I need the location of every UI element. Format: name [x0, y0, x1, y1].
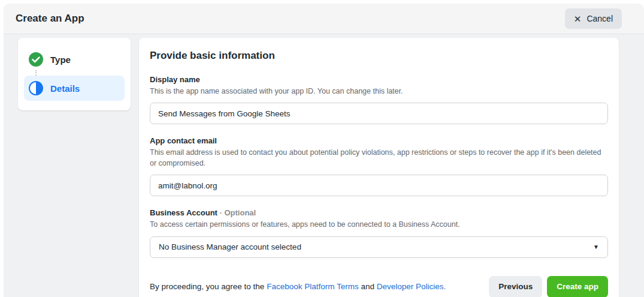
step-details-label: Details: [50, 83, 80, 94]
business-account-label-text: Business Account: [150, 208, 217, 217]
business-account-group: Business Account · Optional To access ce…: [150, 208, 608, 257]
cancel-button-label: Cancel: [586, 14, 613, 23]
dialog-header: Create an App ✕ Cancel: [4, 4, 644, 34]
optional-tag: · Optional: [217, 208, 256, 217]
business-account-label: Business Account · Optional: [150, 208, 608, 217]
create-app-dialog: Create an App ✕ Cancel Type Details: [4, 4, 644, 297]
developer-policies-link[interactable]: Developer Policies.: [377, 282, 446, 291]
basic-information-panel: Provide basic information Display name T…: [139, 38, 619, 297]
step-details[interactable]: Details: [24, 76, 125, 101]
create-app-button[interactable]: Create app: [547, 276, 608, 297]
step-type-label: Type: [50, 55, 71, 65]
check-icon: [29, 52, 43, 67]
business-account-description: To access certain permissions or feature…: [150, 219, 608, 230]
page-title: Create an App: [16, 13, 84, 25]
cancel-button[interactable]: ✕ Cancel: [565, 8, 622, 29]
agreement-prefix: By proceeding, you agree to the: [150, 282, 267, 291]
step-connector: [35, 70, 37, 76]
dialog-content: Type Details Provide basic information D…: [4, 34, 644, 297]
platform-terms-link[interactable]: Facebook Platform Terms: [267, 282, 359, 291]
section-heading: Provide basic information: [150, 50, 608, 62]
contact-email-label: App contact email: [150, 136, 608, 145]
contact-email-description: This email address is used to contact yo…: [150, 147, 608, 169]
half-filled-circle-icon: [29, 81, 43, 95]
display-name-label: Display name: [150, 75, 608, 84]
step-type[interactable]: Type: [24, 49, 125, 70]
business-account-select[interactable]: No Business Manager account selected ▼: [150, 236, 608, 258]
steps-sidebar: Type Details: [18, 38, 131, 110]
display-name-group: Display name This is the app name associ…: [150, 75, 608, 124]
footer-buttons: Previous Create app: [489, 276, 608, 297]
close-icon: ✕: [574, 14, 582, 23]
contact-email-input[interactable]: [150, 175, 608, 196]
previous-button[interactable]: Previous: [489, 276, 542, 297]
business-account-selected-value: No Business Manager account selected: [159, 242, 301, 251]
contact-email-group: App contact email This email address is …: [150, 136, 608, 196]
display-name-input[interactable]: [150, 103, 608, 124]
display-name-description: This is the app name associated with you…: [150, 86, 608, 97]
form-footer: By proceeding, you agree to the Facebook…: [150, 276, 608, 297]
agreement-text: By proceeding, you agree to the Facebook…: [150, 282, 446, 291]
agreement-and: and: [359, 282, 377, 291]
chevron-down-icon: ▼: [593, 244, 599, 250]
